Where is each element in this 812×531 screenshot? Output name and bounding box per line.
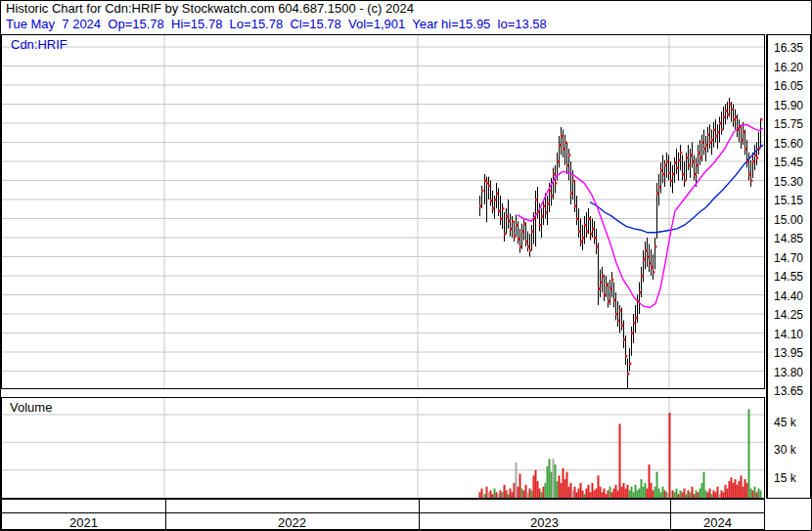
price-axis-label: 13.80 <box>774 366 803 379</box>
price-bars <box>480 98 761 388</box>
price-axis-label: 15.15 <box>774 194 803 207</box>
price-axis-label: 14.55 <box>774 270 803 284</box>
price-axis-label: 13.95 <box>774 346 803 360</box>
year-label: 2024 <box>689 515 747 530</box>
price-axis-label: 15.30 <box>774 175 803 189</box>
price-axis-label: 14.85 <box>774 232 803 245</box>
volume-chart-canvas <box>2 398 764 498</box>
price-axis-label: 15.90 <box>774 99 803 112</box>
y-axis-label-column: 16.3516.2016.0515.9015.7515.6015.4515.30… <box>766 34 811 499</box>
price-axis-label: 16.20 <box>774 61 803 74</box>
year-divider <box>670 513 671 529</box>
year-label: 2022 <box>263 515 322 530</box>
price-axis-label: 16.05 <box>774 79 803 93</box>
year-divider <box>670 500 671 512</box>
symbol-label: Cdn:HRIF <box>11 37 68 52</box>
price-axis-label: 15.00 <box>774 213 803 227</box>
chart-title: Historic Chart for Cdn:HRIF by Stockwatc… <box>6 1 414 16</box>
price-axis-label: 14.70 <box>774 251 803 265</box>
year-label: 2023 <box>516 515 574 530</box>
price-axis-label: 16.35 <box>774 41 803 55</box>
quote-info-line: Tue May 7 2024 Op=15.78 Hi=15.78 Lo=15.7… <box>6 17 547 31</box>
year-divider <box>165 500 166 512</box>
price-panel: Cdn:HRIF <box>1 34 765 389</box>
year-divider <box>165 513 166 529</box>
volume-axis-label: 45 k <box>774 416 796 429</box>
volume-axis-label: 15 k <box>774 471 796 485</box>
volume-panel: Volume <box>1 397 765 499</box>
year-label: 2021 <box>55 515 113 530</box>
price-axis-label: 15.45 <box>774 155 803 169</box>
price-axis-label: 15.75 <box>774 117 803 131</box>
x-axis-tick-row <box>1 499 765 513</box>
volume-panel-label: Volume <box>10 400 52 415</box>
price-gridlines <box>2 35 764 388</box>
volume-bars <box>479 409 762 498</box>
x-axis-year-row: 2021202220232024 <box>1 512 765 530</box>
volume-axis-label: 30 k <box>774 443 796 457</box>
price-axis-label: 15.60 <box>774 137 803 151</box>
stockwatch-chart-window: Historic Chart for Cdn:HRIF by Stockwatc… <box>0 0 812 531</box>
price-axis-label: 13.65 <box>774 384 803 398</box>
year-divider <box>419 513 420 529</box>
price-chart-canvas <box>2 35 764 388</box>
price-axis-label: 14.25 <box>774 308 803 322</box>
price-axis-label: 14.10 <box>774 328 803 341</box>
year-divider <box>419 500 420 512</box>
ma-fast-line <box>518 124 763 307</box>
price-axis-label: 14.40 <box>774 289 803 303</box>
